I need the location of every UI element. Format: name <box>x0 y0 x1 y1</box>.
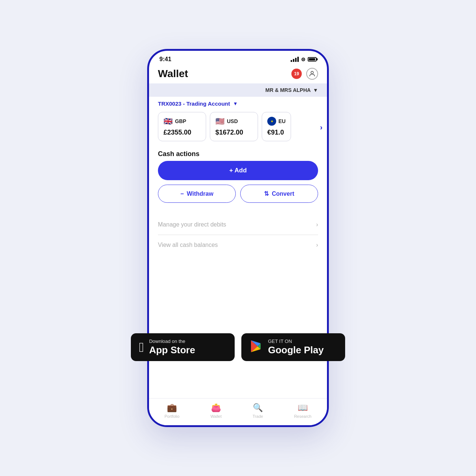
status-icons: ⊜ <box>291 56 317 62</box>
eur-code: EU <box>278 118 285 124</box>
google-play-sub: GET IT ON <box>268 338 324 344</box>
trading-account-dropdown[interactable]: TRX0023 - Trading Account ▼ <box>149 97 327 109</box>
user-avatar-icon[interactable] <box>306 68 318 80</box>
currency-card-usd[interactable]: 🇺🇸 USD $1672.00 <box>210 112 258 141</box>
direct-debits-item[interactable]: Manage your direct debits › <box>149 215 327 235</box>
wallet-icon: 👛 <box>211 403 221 413</box>
gbp-value: £2355.00 <box>163 129 201 136</box>
withdraw-label: Withdraw <box>187 191 214 197</box>
notification-badge[interactable]: 19 <box>291 69 302 79</box>
gbp-code: GBP <box>175 118 186 124</box>
cash-balances-label: View all cash balances <box>158 242 218 248</box>
apple-icon:  <box>139 341 144 354</box>
direct-debits-label: Manage your direct debits <box>158 221 226 228</box>
nav-trade-label: Trade <box>252 414 263 419</box>
currency-card-eur[interactable]: ★ EU €91.0 <box>262 112 291 141</box>
convert-icon: ⇅ <box>264 190 269 197</box>
app-store-sub: Download on the <box>149 338 195 344</box>
nav-portfolio-label: Portfolio <box>165 414 179 419</box>
nav-research-label: Research <box>294 414 311 419</box>
withdraw-button[interactable]: − Withdraw <box>158 185 236 203</box>
gbp-flag-icon: 🇬🇧 <box>163 117 173 126</box>
cash-actions-title: Cash actions <box>149 145 327 161</box>
bottom-nav: 💼 Portfolio 👛 Wallet 🔍 Trade 📖 Research <box>149 398 327 425</box>
nav-research[interactable]: 📖 Research <box>294 403 311 419</box>
currency-cards-row: 🇬🇧 GBP £2355.00 🇺🇸 USD $1672.00 ★ EU €91… <box>149 109 327 145</box>
convert-label: Convert <box>272 191 294 197</box>
nav-portfolio[interactable]: 💼 Portfolio <box>165 403 179 419</box>
currency-card-gbp[interactable]: 🇬🇧 GBP £2355.00 <box>158 112 206 141</box>
convert-button[interactable]: ⇅ Convert <box>240 185 318 203</box>
status-bar: 9:41 ⊜ <box>149 51 327 65</box>
badges-overlay:  Download on the App Store GET IT ON Go… <box>84 333 392 361</box>
account-selector[interactable]: MR & MRS ALPHA ▼ <box>149 83 327 97</box>
direct-debits-chevron-icon: › <box>316 221 318 228</box>
nav-trade[interactable]: 🔍 Trade <box>252 403 263 419</box>
account-chevron-icon: ▼ <box>313 87 318 93</box>
portfolio-icon: 💼 <box>167 403 177 413</box>
cash-actions-row: − Withdraw ⇅ Convert <box>149 180 327 207</box>
usd-value: $1672.00 <box>215 129 252 136</box>
google-play-badge[interactable]: GET IT ON Google Play <box>241 333 345 361</box>
account-name: MR & MRS ALPHA <box>265 87 311 93</box>
app-store-text: Download on the App Store <box>149 338 195 356</box>
usd-flag-icon: 🇺🇸 <box>215 117 225 126</box>
battery-icon <box>308 57 317 62</box>
cash-balances-item[interactable]: View all cash balances › <box>149 235 327 255</box>
list-section: Manage your direct debits › View all cas… <box>149 215 327 255</box>
usd-code: USD <box>227 118 238 124</box>
signal-bars-icon <box>291 57 299 62</box>
minus-icon: − <box>180 191 184 197</box>
research-icon: 📖 <box>298 403 308 413</box>
cash-balances-chevron-icon: › <box>316 242 318 248</box>
page-wrapper: 9:41 ⊜ Wallet 19 <box>0 0 476 476</box>
phone-frame: 9:41 ⊜ Wallet 19 <box>147 49 329 427</box>
eur-flag-icon: ★ <box>267 117 276 126</box>
header-right: 19 <box>291 68 318 80</box>
app-store-main: App Store <box>149 344 195 356</box>
wifi-icon: ⊜ <box>301 56 305 62</box>
app-header: Wallet 19 <box>149 65 327 83</box>
add-button[interactable]: + Add <box>158 161 318 180</box>
status-time: 9:41 <box>159 56 171 63</box>
nav-wallet-label: Wallet <box>211 414 222 419</box>
page-title: Wallet <box>158 68 188 80</box>
eur-value: €91.0 <box>267 129 285 136</box>
google-play-main: Google Play <box>268 344 324 356</box>
trading-account-chevron-icon: ▼ <box>233 101 238 106</box>
svg-point-0 <box>311 71 314 74</box>
nav-wallet[interactable]: 👛 Wallet <box>211 403 222 419</box>
currency-scroll-arrow-icon[interactable]: › <box>320 123 323 131</box>
google-play-icon <box>249 340 263 355</box>
google-play-text: GET IT ON Google Play <box>268 338 324 356</box>
trading-account-label: TRX0023 - Trading Account <box>158 100 230 107</box>
trade-icon: 🔍 <box>253 403 263 413</box>
app-store-badge[interactable]:  Download on the App Store <box>131 333 235 361</box>
